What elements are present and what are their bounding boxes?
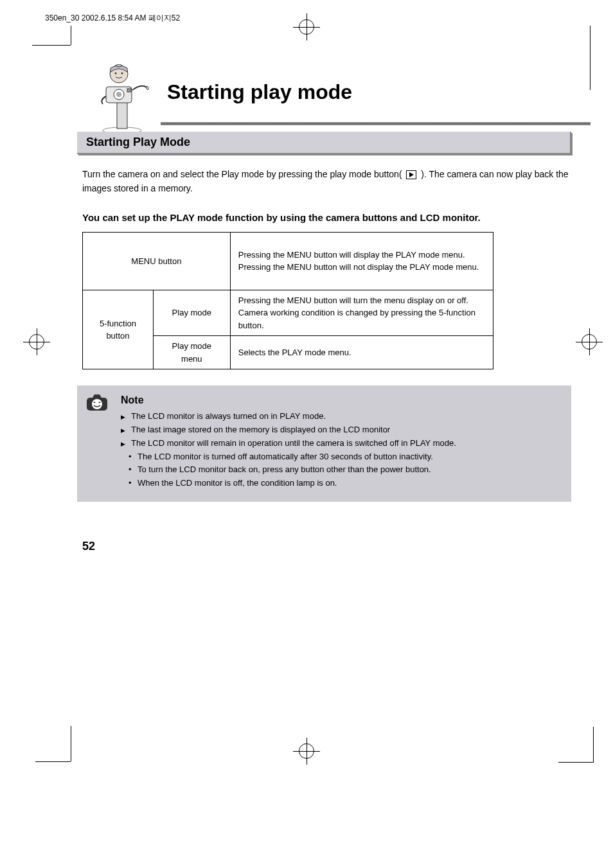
mascot-illustration [84, 64, 161, 137]
page-title-bar: Starting play mode [161, 64, 591, 125]
svg-rect-6 [127, 89, 131, 92]
play-mode-table: MENU button Pressing the MENU button wil… [82, 232, 493, 370]
note-subitem: When the LCD monitor is off, the conditi… [129, 477, 560, 490]
note-item: The last image stored on the memory is d… [121, 423, 560, 437]
table-cell-play-mode: Play mode [153, 290, 230, 336]
table-line: Pressing the MENU button will turn the m… [238, 294, 485, 307]
note-sublist: The LCD monitor is turned off automatica… [129, 450, 560, 490]
page-number: 52 [82, 540, 95, 553]
note-subitem: To turn the LCD monitor back on, press a… [129, 463, 560, 477]
table-cell-5fn: 5-function button [83, 290, 154, 369]
crop-mark-bottom-right [593, 727, 594, 762]
note-subitem: The LCD monitor is turned off automatica… [129, 450, 560, 464]
svg-rect-1 [117, 100, 127, 128]
crop-mark-top-left-h [32, 45, 71, 46]
table-line: Pressing the MENU button will display th… [238, 249, 485, 261]
svg-point-12 [92, 399, 102, 409]
section-heading: Starting Play Mode [77, 132, 571, 154]
table-cell-play-menu: Play mode menu [153, 336, 230, 369]
registration-mark-left [29, 315, 44, 350]
note-item: The LCD monitor will remain in operation… [121, 437, 560, 450]
svg-point-9 [115, 73, 117, 75]
svg-point-8 [116, 64, 121, 67]
table-cell-menu-button: MENU button [83, 232, 231, 290]
table-cell-menu-desc: Pressing the MENU button will display th… [230, 232, 493, 290]
page-body: Starting Play Mode Turn the camera on an… [71, 132, 591, 515]
registration-mark-bottom [299, 724, 314, 759]
table-cell-play-mode-desc: Pressing the MENU button will turn the m… [230, 290, 493, 336]
svg-point-5 [116, 92, 121, 97]
table-cell-play-menu-desc: Selects the PLAY mode menu. [230, 336, 493, 369]
note-list: The LCD monitor is always turned on in P… [121, 410, 560, 450]
section-intro: Turn the camera on and select the Play m… [82, 167, 571, 196]
registration-mark-top [299, 0, 314, 35]
table-row: MENU button Pressing the MENU button wil… [83, 232, 493, 290]
note-box: Note The LCD monitor is always turned on… [77, 385, 571, 502]
intro-prefix: Turn the camera on and select the Play m… [82, 169, 404, 179]
title-underline [161, 122, 591, 125]
table-line: Pressing the MENU button will not displa… [238, 261, 485, 274]
table-line: Camera working condition is changed by p… [238, 306, 485, 332]
note-item: The LCD monitor is always turned on in P… [121, 410, 560, 423]
print-header-marker: 350en_30 2002.6.15 8:54 AM 페이지52 [45, 13, 180, 24]
camera-smile-icon [86, 393, 108, 411]
page-title: Starting play mode [161, 64, 591, 104]
crop-mark-top-left-v [71, 26, 71, 45]
crop-mark-bottom-left [35, 726, 71, 762]
note-heading: Note [121, 394, 560, 406]
table-row: 5-function button Play mode Pressing the… [83, 290, 493, 336]
subheading: You can set up the PLAY mode function by… [82, 212, 579, 223]
svg-point-10 [121, 73, 123, 75]
page-content-area: Starting play mode Starting Play Mode Tu… [71, 45, 591, 740]
play-mode-button-icon [406, 170, 416, 179]
